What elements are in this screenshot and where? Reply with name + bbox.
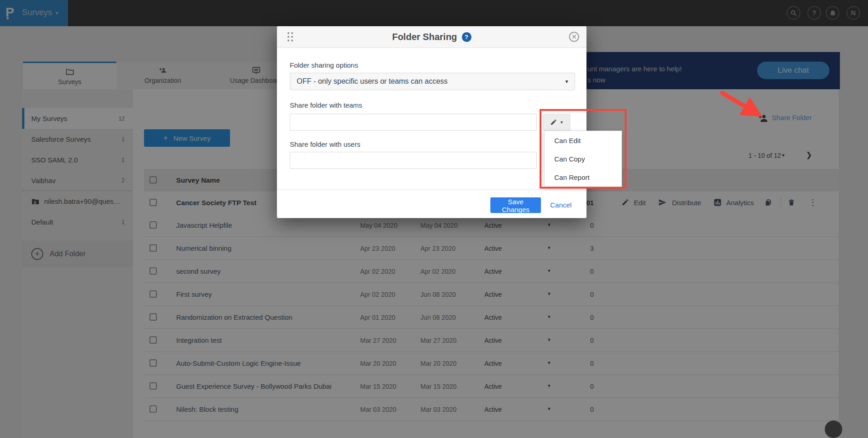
annotation-arrow <box>708 86 770 123</box>
share-teams-input[interactable] <box>290 114 537 131</box>
cancel-button[interactable]: Cancel <box>550 201 572 209</box>
close-icon[interactable]: ✕ <box>569 32 579 42</box>
save-button[interactable]: Save Changes <box>490 197 541 213</box>
sharing-options-label: Folder sharing options <box>290 61 358 69</box>
share-users-label: Share folder with users <box>290 140 360 148</box>
share-users-input[interactable] <box>290 152 537 169</box>
modal-footer: Save Changes Cancel <box>277 190 586 218</box>
modal-title: Folder Sharing? <box>277 32 586 42</box>
sharing-options-select[interactable]: OFF - only specific users or teams can a… <box>290 73 575 90</box>
help-badge-icon[interactable]: ? <box>462 32 471 42</box>
modal-header: Folder Sharing? ✕ <box>277 26 586 48</box>
annotation-rectangle <box>540 109 627 189</box>
share-teams-label: Share folder with teams <box>290 101 362 109</box>
chevron-down-icon: ▾ <box>565 78 568 85</box>
sharing-options-value: OFF - only specific users or teams can a… <box>297 77 448 86</box>
